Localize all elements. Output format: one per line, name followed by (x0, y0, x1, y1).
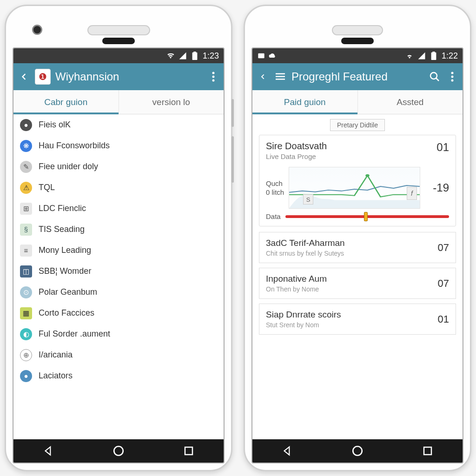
list-label: SBB¦ Womder (39, 266, 91, 276)
row-title: Siap Dnrrate scoirs (266, 310, 341, 320)
svg-point-4 (212, 79, 215, 82)
camera-lens (32, 25, 42, 35)
svg-rect-11 (276, 76, 285, 77)
wifi-icon (405, 52, 414, 60)
app-logo-icon: ❶ (35, 69, 51, 85)
list-label: Ful Sorder .aument (39, 329, 110, 339)
android-nav-bar (252, 439, 463, 463)
content-area[interactable]: Pretary Didtile Sire Doatsvath Live Data… (252, 114, 463, 439)
hw-button-1 (231, 99, 234, 127)
list-item[interactable]: ⊕I/aricania (13, 344, 224, 365)
list-row[interactable]: 3adC Terif-Aharman Chit srnus by fxel ly… (259, 232, 456, 263)
data-card[interactable]: Sire Doatsvath Live Data Proge 01 Quch 0… (259, 135, 456, 226)
list-icon: ≡ (20, 245, 32, 257)
tab-1[interactable]: Assted (358, 90, 463, 114)
tab-label: Cabr guion (44, 97, 87, 107)
line-chart: S f (289, 167, 420, 209)
list-item[interactable]: ⊙Polar Geanbum (13, 282, 224, 303)
chart-label-2: 0 litch (266, 188, 284, 197)
list-label: Mony Leading (39, 245, 91, 255)
svg-rect-8 (431, 53, 436, 60)
tab-0[interactable]: Paid guion (252, 90, 358, 114)
list-item[interactable]: ◫SBB¦ Womder (13, 261, 224, 282)
card-tab-pill[interactable]: Pretary Didtile (330, 119, 385, 131)
nav-recent-icon[interactable] (419, 443, 436, 459)
list-item[interactable]: ◐Ful Sorder .aument (13, 324, 224, 344)
svg-rect-0 (192, 53, 198, 60)
list-icon: ⊕ (20, 349, 32, 361)
list-icon: ◐ (20, 328, 32, 340)
speaker-slot (332, 25, 383, 35)
list-label: TIS Seading (39, 225, 85, 234)
list-item[interactable]: ●Laciators (13, 365, 224, 386)
overflow-icon[interactable] (446, 70, 459, 83)
slider-track[interactable] (285, 215, 449, 218)
tab-1[interactable]: version lo (119, 90, 224, 114)
wifi-icon (166, 52, 175, 60)
hw-button-2 (231, 136, 234, 183)
list-label: I/aricania (39, 350, 73, 360)
nav-home-icon[interactable] (110, 443, 127, 459)
svg-rect-6 (185, 447, 192, 455)
nav-home-icon[interactable] (349, 443, 366, 459)
row-subtitle: Chit srnus by fxel ly Suteys (266, 250, 345, 257)
notif-image-icon (257, 52, 265, 60)
nav-back-icon[interactable] (40, 443, 57, 459)
screen-left: 1:23 ❶ Wiyhannsion Cabr guion version lo… (13, 47, 225, 463)
list-row[interactable]: Inponative Aum On Then by Nome 07 (259, 268, 456, 299)
phone-left: 1:23 ❶ Wiyhannsion Cabr guion version lo… (5, 5, 232, 471)
back-icon[interactable] (17, 70, 30, 83)
card-value: 01 (436, 141, 449, 154)
search-icon[interactable] (428, 70, 441, 83)
notif-cloud-icon (268, 52, 277, 60)
list-item[interactable]: ⊞LDC Fienclic (13, 198, 224, 219)
svg-point-13 (430, 73, 437, 79)
card-subtitle: Live Data Proge (266, 152, 327, 160)
row-value: 07 (438, 242, 449, 254)
list-item[interactable]: ▦Corto Faccices (13, 303, 224, 324)
list-item[interactable]: §TIS Seading (13, 219, 224, 240)
list-icon: ⊙ (20, 286, 32, 298)
app-bar: Progreghl Featured (252, 63, 463, 90)
slider-thumb[interactable] (364, 212, 368, 221)
svg-point-17 (451, 79, 454, 82)
back-icon[interactable] (256, 70, 269, 83)
svg-point-5 (114, 446, 123, 456)
status-time: 1:22 (442, 51, 458, 61)
list-label: Fiee unider doly (39, 162, 98, 172)
status-bar: 1:23 (13, 48, 224, 63)
tab-0[interactable]: Cabr guion (13, 90, 119, 114)
list-icon: ▦ (20, 307, 32, 319)
nav-back-icon[interactable] (279, 443, 296, 459)
list-item[interactable]: ≡Mony Leading (13, 240, 224, 261)
row-title: Inponative Aum (266, 274, 327, 284)
android-nav-bar (13, 439, 224, 463)
list-icon: ● (20, 119, 32, 131)
item-list[interactable]: ●Fieis olK ❋Hau Fconsworbilds ✎Fiee unid… (13, 114, 224, 439)
svg-point-15 (451, 72, 454, 74)
battery-icon (430, 52, 438, 60)
chart-label-1: Quch (266, 179, 284, 188)
overflow-icon[interactable] (207, 70, 220, 83)
svg-line-14 (436, 78, 439, 81)
list-item[interactable]: ⚠TQL (13, 177, 224, 198)
svg-rect-12 (276, 79, 285, 80)
list-label: Fieis olK (39, 120, 71, 130)
list-label: Hau Fconsworbilds (39, 141, 110, 151)
list-item[interactable]: ✎Fiee unider doly (13, 156, 224, 177)
list-item[interactable]: ❋Hau Fconsworbilds (13, 135, 224, 156)
list-row[interactable]: Siap Dnrrate scoirs Stut Srent by Nom 01 (259, 304, 456, 335)
menu-icon[interactable] (274, 70, 287, 83)
list-label: LDC Fienclic (39, 204, 86, 213)
tab-bar: Cabr guion version lo (13, 90, 224, 114)
list-label: Corto Faccices (39, 308, 94, 318)
list-icon: ⊞ (20, 203, 32, 215)
nav-recent-icon[interactable] (180, 443, 197, 459)
list-item[interactable]: ●Fieis olK (13, 114, 224, 135)
phone-bezel-top (13, 13, 225, 47)
list-icon: ✎ (20, 161, 32, 173)
chart-yvalue: -19 (425, 181, 449, 194)
card-tab-row: Pretary Didtile (259, 119, 456, 131)
svg-point-19 (353, 446, 362, 456)
app-bar: ❶ Wiyhannsion (13, 63, 224, 90)
